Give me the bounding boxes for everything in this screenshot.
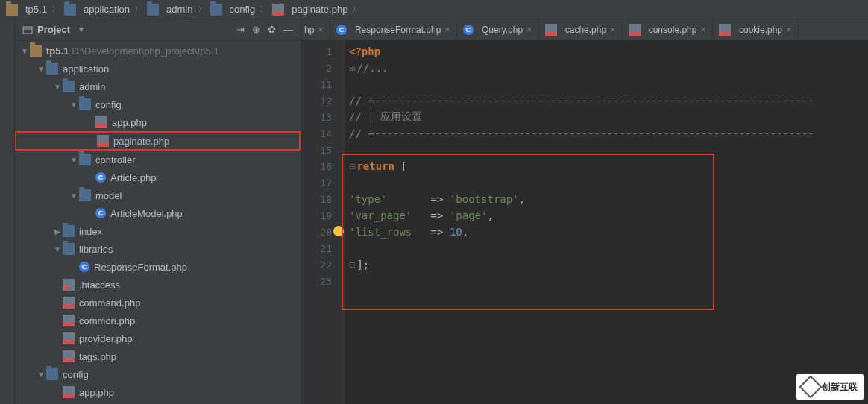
editor-tab[interactable]: CResponseFormat.php× [330,19,457,40]
expand-arrow-icon[interactable]: ▼ [69,192,79,200]
bulb-icon[interactable] [333,226,344,236]
editor-tab[interactable]: hp× [301,19,330,40]
chevron-icon: 〉 [51,4,60,15]
php-file-icon [63,315,75,326]
tree-item[interactable]: app.php [15,113,301,131]
expand-arrow-icon[interactable]: ▶ [52,227,63,236]
class-icon: C [463,25,474,35]
folder-icon [64,4,76,16]
php-file-icon [63,297,75,309]
editor-area: hp× CResponseFormat.php× CQuery.php× cac… [301,19,868,404]
tree-item[interactable]: ▼model [15,186,301,204]
expand-arrow-icon[interactable]: ▼ [52,83,63,91]
tree-root[interactable]: ▼tp5.1D:\Development\php_project\tp5.1 [15,42,301,60]
tree-item[interactable]: ▼controller [15,151,301,168]
tree-item[interactable]: ▼config [15,365,301,383]
close-icon[interactable]: × [318,24,324,35]
php-file-icon [63,332,75,344]
watermark: 创新互联 [796,374,864,400]
line-number[interactable]: 12 [301,92,344,109]
gutter[interactable]: 1 2 11 12 13 14 15 16 17 18 19 20 21 22 … [301,40,345,404]
folder-icon [79,154,91,165]
line-number[interactable]: 22 [301,256,344,273]
svg-rect-0 [23,27,32,34]
tree-item[interactable]: common.php [15,312,301,329]
tool-window-bar[interactable] [0,19,15,404]
folder-icon [63,225,75,237]
editor-tab[interactable]: CQuery.php× [457,19,539,40]
class-icon: C [95,172,106,183]
dropdown-icon[interactable]: ▼ [78,25,85,34]
tree-item[interactable]: app.php [15,383,301,401]
tree-item[interactable]: CArticle.php [15,168,301,186]
breadcrumb-item[interactable]: application [63,4,131,16]
line-number[interactable]: 20 [301,224,344,240]
tree-item[interactable]: provider.php [15,329,301,347]
target-icon[interactable]: ⊕ [252,24,260,35]
line-number[interactable]: 18 [301,191,344,207]
tree-item[interactable]: ▼config [15,95,301,113]
chevron-icon: 〉 [198,4,206,15]
tree-item[interactable]: command.php [15,294,301,312]
tree-item[interactable]: ▶index [15,222,301,240]
php-file-icon [63,350,75,362]
close-icon[interactable]: × [610,24,616,35]
tree-item[interactable]: CResponseFormat.php [15,258,301,276]
close-icon[interactable]: × [786,24,792,35]
expand-arrow-icon[interactable]: ▼ [52,245,63,253]
chevron-icon: 〉 [134,4,142,15]
line-number[interactable]: 17 [301,174,344,191]
line-number[interactable]: 19 [301,207,344,224]
editor-tab[interactable]: cache.php× [539,19,623,40]
expand-arrow-icon[interactable]: ▼ [69,101,79,109]
close-icon[interactable]: × [526,24,532,35]
tree-item[interactable]: tags.php [15,347,301,365]
class-icon: C [336,25,347,35]
code-content[interactable]: <?php ⊞//... // +-----------------------… [345,40,868,404]
sidebar-header: Project ▼ ⇥ ⊕ ✿ — [15,19,301,40]
folder-icon [46,63,58,75]
breadcrumb-item[interactable]: tp5.1 [4,4,48,16]
breadcrumb-item[interactable]: paginate.php [271,4,349,16]
collapse-icon[interactable]: ⇥ [236,24,245,35]
tree-item-selected[interactable]: paginate.php [15,131,301,151]
tree-item[interactable]: ▼admin [15,78,301,95]
tree-item[interactable]: .htaccess [15,276,301,294]
line-number[interactable]: 21 [301,240,344,256]
line-number[interactable]: 23 [301,273,344,289]
editor-tab[interactable]: console.php× [623,19,713,40]
project-title[interactable]: Project ▼ [22,24,85,35]
line-number[interactable]: 13 [301,109,344,125]
close-icon[interactable]: × [700,24,706,35]
folder-icon [147,4,159,16]
tree-item[interactable]: CArticleModel.php [15,204,301,222]
expand-arrow-icon[interactable]: ▼ [36,370,46,379]
tree-item[interactable]: ▼libraries [15,240,301,258]
class-icon: C [79,262,89,272]
line-number[interactable]: 15 [301,142,344,158]
expand-arrow-icon[interactable]: ▼ [19,47,30,55]
line-number[interactable]: 16 [301,158,344,174]
close-icon[interactable]: × [444,24,450,35]
code-editor[interactable]: 1 2 11 12 13 14 15 16 17 18 19 20 21 22 … [301,40,868,404]
line-number[interactable]: 14 [301,125,344,142]
expand-arrow-icon[interactable]: ▼ [36,65,46,73]
tree-item[interactable]: ▼application [15,60,301,78]
folder-icon [46,368,58,380]
editor-tab[interactable]: cookie.php× [713,19,799,40]
folder-icon [63,243,75,255]
expand-arrow-icon[interactable]: ▼ [69,156,79,164]
watermark-logo-icon [799,375,822,398]
breadcrumb-item[interactable]: config [209,4,257,16]
line-number[interactable]: 11 [301,76,344,92]
folder-icon [210,4,222,16]
gear-icon[interactable]: ✿ [268,24,276,35]
line-number[interactable]: 2 [301,60,344,76]
line-number[interactable]: 1 [301,43,344,60]
editor-tabs: hp× CResponseFormat.php× CQuery.php× cac… [301,19,868,40]
breadcrumb-item[interactable]: admin [145,4,194,16]
class-icon: C [95,208,106,218]
project-tree[interactable]: ▼tp5.1D:\Development\php_project\tp5.1 ▼… [15,40,301,404]
php-file-icon [719,24,731,36]
hide-icon[interactable]: — [283,24,293,35]
